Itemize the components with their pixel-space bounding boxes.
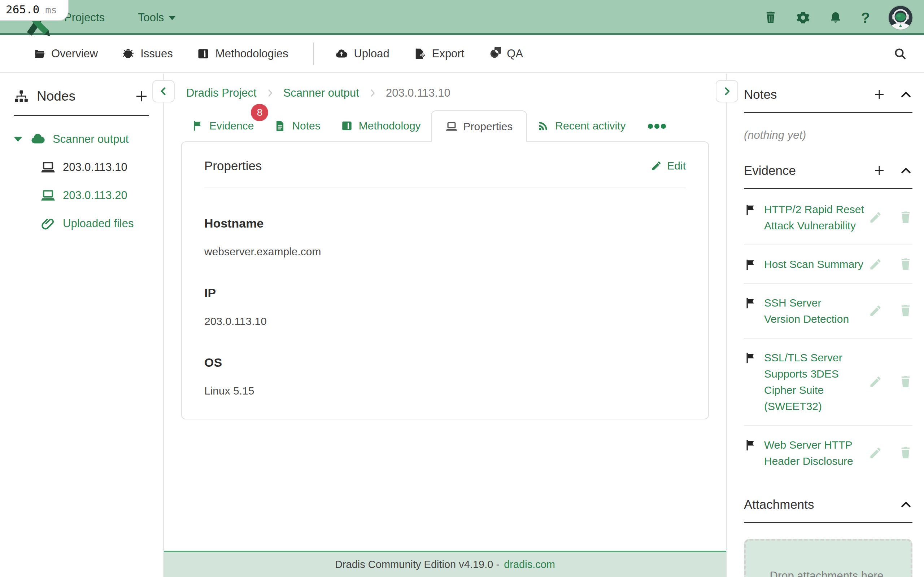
- caret-down-icon[interactable]: [14, 137, 23, 142]
- tree-node-203-0-113-10[interactable]: 203.0.113.10: [40, 160, 149, 175]
- trash-icon[interactable]: [899, 304, 913, 318]
- right-panel-divider: [726, 74, 727, 577]
- evidence-panel-title: Evidence: [744, 163, 796, 178]
- tools-menu[interactable]: Tools: [138, 11, 175, 24]
- tab-methodology[interactable]: Methodology: [331, 110, 431, 141]
- footer-link[interactable]: dradis.com: [504, 559, 555, 571]
- board-icon: [197, 47, 210, 60]
- trash-icon[interactable]: [899, 446, 913, 460]
- attachments-panel-title: Attachments: [744, 497, 814, 512]
- evidence-link[interactable]: Web Server HTTP Header Disclosure: [764, 437, 868, 469]
- breadcrumb-current: 203.0.113.10: [386, 87, 451, 100]
- chevron-up-icon[interactable]: [900, 88, 913, 101]
- evidence-list-item: SSH Server Version Detection: [744, 284, 913, 338]
- property-name: Hostname: [204, 216, 686, 230]
- flag-icon: [744, 258, 757, 271]
- chevron-right-icon: [265, 88, 275, 98]
- trash-icon[interactable]: [899, 258, 913, 271]
- nav-export[interactable]: Export: [413, 47, 465, 60]
- top-app-bar: Projects Tools ?: [0, 0, 924, 35]
- add-note-button[interactable]: [873, 88, 886, 101]
- tree-node-uploaded-files[interactable]: Uploaded files: [40, 216, 149, 231]
- attachments-dropzone[interactable]: Drop attachments here, or choose file: [744, 539, 913, 577]
- tree-node-label: Scanner output: [53, 133, 129, 146]
- nav-upload-label: Upload: [354, 47, 389, 60]
- nav-qa[interactable]: QA: [488, 47, 523, 60]
- property-hostname: Hostname webserver.example.com: [204, 216, 686, 258]
- flag-icon: [191, 120, 204, 132]
- nodes-title: Nodes: [37, 89, 76, 104]
- evidence-link[interactable]: SSH Server Version Detection: [764, 295, 868, 327]
- sitemap-icon: [14, 89, 29, 104]
- evidence-list: HTTP/2 Rapid Reset Attack Vulnerability …: [744, 190, 913, 480]
- laptop-icon: [40, 160, 56, 175]
- tree-node-scanner-output[interactable]: Scanner output: [14, 132, 149, 147]
- breadcrumb: Dradis Project Scanner output 203.0.113.…: [186, 87, 726, 100]
- bell-icon[interactable]: [829, 11, 842, 24]
- tab-notes[interactable]: Notes: [264, 110, 330, 141]
- collapse-right-button[interactable]: [716, 80, 738, 102]
- edit-properties-button[interactable]: Edit: [650, 160, 686, 172]
- evidence-list-item: SSL/TLS Server Supports 3DES Cipher Suit…: [744, 338, 913, 426]
- pencil-icon: [650, 160, 662, 172]
- gear-icon[interactable]: [796, 11, 810, 24]
- pencil-icon[interactable]: [868, 446, 882, 460]
- notes-empty-state: (nothing yet): [744, 129, 913, 142]
- evidence-list-item: HTTP/2 Rapid Reset Attack Vulnerability: [744, 190, 913, 245]
- chevron-up-icon[interactable]: [900, 164, 913, 177]
- tools-label: Tools: [138, 11, 164, 24]
- board-icon: [341, 120, 353, 132]
- handshake-icon: [488, 47, 501, 60]
- nav-upload[interactable]: Upload: [335, 47, 389, 60]
- nav-export-label: Export: [432, 47, 465, 60]
- evidence-link[interactable]: SSL/TLS Server Supports 3DES Cipher Suit…: [764, 350, 868, 414]
- projects-menu[interactable]: Projects: [64, 11, 105, 24]
- tab-evidence[interactable]: Evidence 8: [181, 110, 264, 141]
- trash-icon[interactable]: [764, 11, 777, 24]
- collapse-left-button[interactable]: [152, 80, 175, 102]
- pencil-icon[interactable]: [868, 211, 882, 224]
- add-node-button[interactable]: [134, 89, 149, 104]
- nav-overview[interactable]: Overview: [32, 47, 98, 60]
- app-footer: Dradis Community Edition v4.19.0 - dradi…: [164, 551, 726, 577]
- paperclip-icon: [40, 216, 56, 231]
- tab-properties[interactable]: Properties: [431, 110, 527, 142]
- chevron-up-icon[interactable]: [900, 498, 913, 511]
- trash-icon[interactable]: [899, 375, 913, 389]
- tab-methodology-label: Methodology: [359, 120, 421, 132]
- pencil-icon[interactable]: [868, 304, 882, 318]
- pencil-icon[interactable]: [868, 375, 882, 389]
- caret-down-icon: [169, 16, 175, 20]
- note-icon: [274, 120, 286, 132]
- nav-issues[interactable]: Issues: [122, 47, 173, 60]
- more-tabs-button[interactable]: [648, 123, 666, 141]
- nav-methodologies[interactable]: Methodologies: [197, 47, 288, 60]
- flag-icon: [744, 439, 757, 452]
- search-icon[interactable]: [893, 47, 908, 61]
- trash-icon[interactable]: [899, 211, 913, 224]
- property-ip: IP 203.0.113.10: [204, 286, 686, 327]
- tab-evidence-label: Evidence: [209, 120, 254, 132]
- tab-recent-activity[interactable]: Recent activity: [527, 110, 636, 141]
- main-panel: Dradis Project Scanner output 203.0.113.…: [164, 74, 726, 577]
- avatar[interactable]: [888, 6, 913, 29]
- chevron-right-icon: [367, 88, 378, 98]
- breadcrumb-project[interactable]: Dradis Project: [186, 87, 257, 100]
- evidence-link[interactable]: HTTP/2 Rapid Reset Attack Vulnerability: [764, 201, 868, 234]
- attachments-panel-divider: [744, 522, 913, 523]
- evidence-link[interactable]: Host Scan Summary: [764, 256, 868, 272]
- help-icon[interactable]: ?: [861, 10, 870, 25]
- laptop-icon: [446, 121, 458, 133]
- add-evidence-button[interactable]: [873, 164, 886, 177]
- nav-qa-label: QA: [507, 47, 523, 60]
- property-value: Linux 5.15: [204, 385, 686, 397]
- property-value: webserver.example.com: [204, 246, 686, 258]
- nav-overview-label: Overview: [51, 47, 98, 60]
- performance-value: 265.0: [6, 3, 39, 16]
- nav-methodologies-label: Methodologies: [215, 47, 288, 60]
- tree-node-203-0-113-20[interactable]: 203.0.113.20: [40, 188, 149, 203]
- node-tabs: Evidence 8 Notes Methodology Properties: [181, 110, 709, 141]
- property-name: IP: [204, 286, 686, 300]
- pencil-icon[interactable]: [868, 258, 882, 271]
- breadcrumb-node-parent[interactable]: Scanner output: [283, 87, 359, 100]
